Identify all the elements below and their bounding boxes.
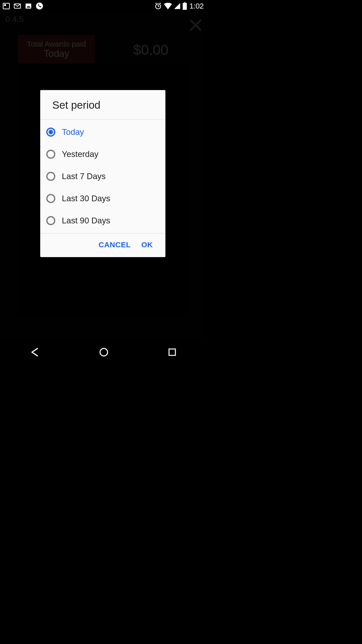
period-options: Today Yesterday Last 7 Days Last 30 Days…	[40, 119, 165, 233]
dialog-actions: CANCEL OK	[40, 233, 165, 257]
recent-apps-icon[interactable]	[167, 347, 177, 357]
cast-icon	[3, 2, 10, 10]
option-last-90-days[interactable]: Last 90 Days	[40, 210, 165, 232]
status-clock: 1:02	[190, 2, 204, 10]
svg-rect-14	[169, 349, 175, 355]
ok-button[interactable]: OK	[141, 240, 153, 249]
svg-rect-3	[26, 4, 31, 9]
status-right: 1:02	[154, 2, 204, 10]
gmail-icon	[14, 2, 21, 10]
radio-icon	[46, 128, 55, 137]
battery-icon	[183, 2, 187, 10]
svg-rect-11	[183, 3, 187, 10]
option-last-7-days[interactable]: Last 7 Days	[40, 165, 165, 187]
option-label: Last 90 Days	[62, 216, 110, 225]
cancel-button[interactable]: CANCEL	[99, 240, 131, 249]
svg-line-9	[156, 3, 157, 4]
radio-icon	[46, 150, 55, 159]
option-last-30-days[interactable]: Last 30 Days	[40, 187, 165, 210]
svg-rect-1	[4, 4, 6, 6]
android-navbar	[0, 342, 206, 362]
home-icon[interactable]	[99, 347, 109, 357]
option-label: Today	[62, 127, 84, 137]
alarm-icon	[154, 2, 162, 10]
status-left	[3, 2, 43, 10]
option-label: Last 7 Days	[62, 172, 106, 181]
option-yesterday[interactable]: Yesterday	[40, 143, 165, 165]
back-icon[interactable]	[29, 347, 40, 358]
set-period-dialog: Set period Today Yesterday Last 7 Days L…	[40, 90, 165, 257]
radio-icon	[46, 216, 55, 225]
wifi-icon	[164, 2, 172, 10]
option-label: Last 30 Days	[62, 194, 110, 203]
radio-icon	[46, 194, 55, 203]
option-today[interactable]: Today	[40, 121, 165, 143]
svg-rect-12	[184, 2, 185, 3]
cell-signal-icon	[174, 2, 180, 10]
photo-icon	[25, 2, 32, 10]
dialog-title: Set period	[40, 90, 165, 119]
radio-icon	[46, 172, 55, 181]
svg-point-13	[100, 348, 108, 356]
phone-icon	[36, 2, 43, 10]
svg-line-10	[160, 3, 161, 4]
option-label: Yesterday	[62, 149, 99, 159]
status-bar: 1:02	[0, 0, 206, 12]
